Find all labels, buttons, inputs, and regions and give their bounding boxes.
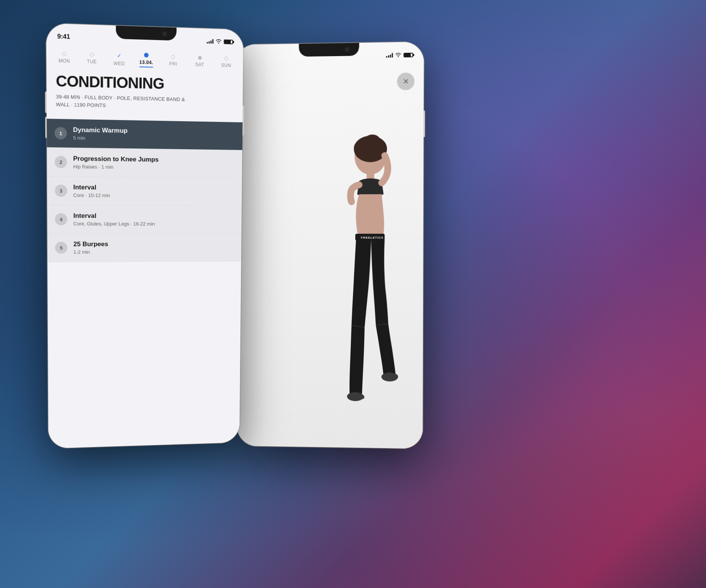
exercise-number-1: 1 — [55, 127, 67, 139]
workout-title-area: CONDITIONING 39-48 MIN · FULL BODY · POL… — [46, 68, 243, 115]
calendar-day-today[interactable]: 13.04. — [136, 52, 156, 68]
exercise-meta-4: Core, Glutes, Upper Legs · 16-22 min — [73, 221, 234, 227]
workout-meta-line2: WALL · 1190 POINTS — [56, 101, 106, 108]
exercise-info-1: Dynamic Warmup 5 min — [73, 126, 235, 143]
signal-bar-4 — [392, 53, 393, 58]
mon-label: MON — [59, 58, 70, 64]
exercise-meta-5: 1-2 min — [73, 249, 234, 255]
exercise-number-4: 4 — [55, 213, 67, 226]
phone-2-screen: FREELETICS ✕ — [236, 42, 424, 449]
exercise-title-3: Interval — [73, 184, 235, 193]
exercise-item-3[interactable]: 3 Interval Core · 10-12 min — [47, 177, 242, 206]
sun-dot — [224, 56, 228, 60]
calendar-day-fri[interactable]: FRI — [163, 55, 183, 67]
battery-fill — [224, 40, 231, 44]
signal-bar-3 — [211, 40, 212, 44]
phone-2-notch — [299, 43, 359, 57]
phone-2-battery-icon — [403, 53, 413, 58]
exercise-info-2: Progression to Knee Jumps Hip Raises · 1… — [73, 155, 235, 171]
exercise-number-5: 5 — [55, 242, 67, 254]
phone-2-camera — [345, 47, 349, 52]
phone-2: FREELETICS ✕ — [236, 42, 424, 449]
workout-title: CONDITIONING — [56, 73, 234, 94]
sat-label: SAT — [195, 62, 204, 67]
battery-icon — [224, 39, 233, 44]
phone-2-time-spacer — [246, 57, 268, 58]
battery-fill — [404, 53, 411, 56]
workout-image: FREELETICS — [236, 42, 424, 449]
phone-1-notch — [116, 25, 176, 40]
signal-bars — [207, 39, 214, 44]
tue-label: TUE — [87, 59, 97, 64]
phone-1: 9:41 — [46, 23, 243, 448]
status-time: 9:41 — [57, 33, 70, 41]
exercise-meta-3: Core · 10-12 min — [73, 192, 234, 199]
close-icon: ✕ — [402, 77, 409, 86]
signal-bar-4 — [212, 39, 214, 44]
signal-bar-1 — [207, 42, 208, 44]
today-label: 13.04. — [139, 59, 153, 68]
phone-1-content: MON TUE ✓ WED 13.04. — [46, 44, 243, 262]
exercise-info-4: Interval Core, Glutes, Upper Legs · 16-2… — [73, 212, 234, 227]
exercise-info-3: Interval Core · 10-12 min — [73, 184, 235, 199]
wifi-icon — [216, 39, 222, 45]
wed-label: WED — [114, 61, 125, 66]
phone-2-status-icons — [386, 52, 413, 58]
phone-1-screen: 9:41 — [46, 23, 243, 448]
calendar-day-wed[interactable]: ✓ WED — [109, 52, 129, 67]
sun-label: SUN — [221, 62, 231, 68]
phone-2-signal — [386, 53, 393, 58]
exercise-item-4[interactable]: 4 Interval Core, Glutes, Upper Legs · 16… — [47, 205, 242, 234]
exercise-list: 1 Dynamic Warmup 5 min 2 Progres — [47, 119, 243, 262]
phones-container: FREELETICS ✕ 9:41 — [0, 0, 706, 588]
status-icons — [207, 39, 233, 45]
fri-dot — [171, 55, 175, 59]
exercise-title-1: Dynamic Warmup — [73, 126, 235, 137]
calendar-day-sat[interactable]: SAT — [190, 56, 209, 68]
fri-label: FRI — [169, 61, 177, 67]
tue-dot — [90, 53, 93, 57]
calendar-day-sun[interactable]: SUN — [217, 56, 236, 68]
phone1-power-button — [242, 105, 244, 135]
workout-meta: 39-48 MIN · FULL BODY · POLE, RESISTANCE… — [56, 93, 234, 112]
phone-1-camera — [162, 31, 167, 36]
exercise-item-1[interactable]: 1 Dynamic Warmup 5 min — [47, 119, 243, 150]
exercise-meta-2: Hip Raises · 1 min — [73, 164, 235, 171]
signal-bar-2 — [209, 41, 210, 43]
woman-figure-svg: FREELETICS — [307, 122, 412, 441]
workout-meta-line1: 39-48 MIN · FULL BODY · POLE, RESISTANCE… — [56, 94, 185, 102]
signal-bar-1 — [386, 56, 387, 58]
exercise-title-4: Interval — [73, 212, 234, 220]
exercise-meta-1: 5 min — [73, 135, 235, 143]
phone-2-wifi-icon — [395, 52, 401, 58]
sat-dot — [198, 56, 202, 59]
exercise-number-2: 2 — [55, 156, 67, 168]
exercise-title-5: 25 Burpees — [73, 241, 234, 248]
calendar-day-tue[interactable]: TUE — [82, 52, 102, 65]
signal-bar-3 — [390, 54, 391, 58]
exercise-item-5[interactable]: 5 25 Burpees 1-2 min — [47, 234, 242, 262]
exercise-info-5: 25 Burpees 1-2 min — [73, 241, 234, 255]
exercise-item-2[interactable]: 2 Progression to Knee Jumps Hip Raises ·… — [47, 148, 242, 178]
exercise-number-3: 3 — [55, 184, 67, 197]
today-dot — [144, 53, 148, 58]
wed-dot: ✓ — [117, 52, 122, 59]
power-button — [424, 110, 425, 137]
exercise-title-2: Progression to Knee Jumps — [73, 155, 235, 165]
mon-dot — [62, 52, 66, 56]
signal-bar-2 — [388, 55, 389, 58]
calendar-day-mon[interactable]: MON — [54, 52, 74, 64]
svg-text:FREELETICS: FREELETICS — [361, 236, 383, 239]
